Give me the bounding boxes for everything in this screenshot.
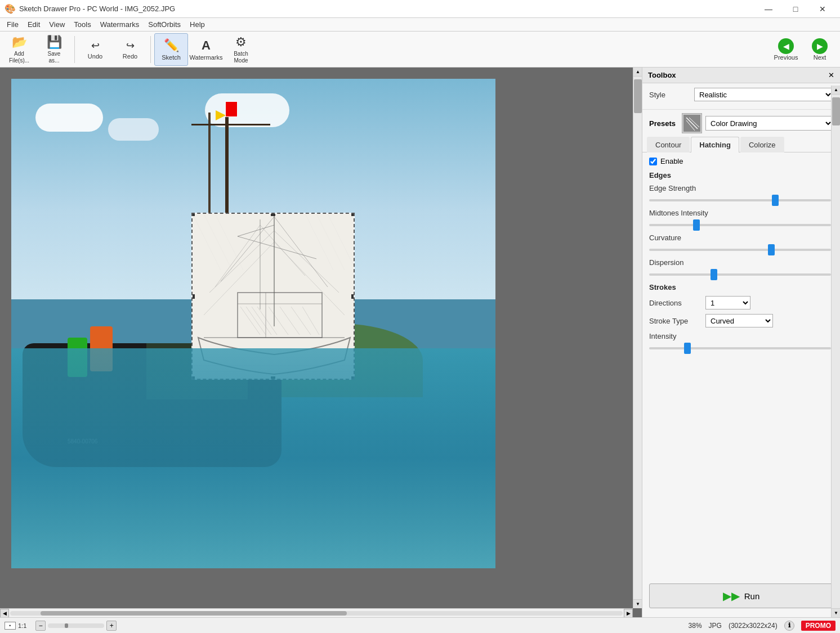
separator-1 bbox=[74, 36, 75, 63]
vscroll-down-arrow[interactable]: ▼ bbox=[633, 599, 642, 608]
tab-contour[interactable]: Contour bbox=[647, 137, 690, 152]
intensity-slider[interactable] bbox=[649, 347, 831, 349]
selection-handle-tr[interactable] bbox=[351, 213, 355, 216]
menu-help[interactable]: Help bbox=[185, 19, 209, 30]
menu-tools[interactable]: Tools bbox=[69, 19, 95, 30]
save-as-label: Saveas... bbox=[48, 51, 61, 64]
hscroll-track bbox=[10, 611, 623, 616]
sketch-button[interactable]: ✏️ Sketch bbox=[154, 33, 188, 66]
enable-label[interactable]: Enable bbox=[660, 157, 683, 165]
selection-handle-tl[interactable] bbox=[191, 213, 195, 216]
canvas-vertical-scrollbar[interactable]: ▲ ▼ bbox=[633, 68, 642, 608]
menu-view[interactable]: View bbox=[44, 19, 69, 30]
midtones-intensity-slider[interactable] bbox=[649, 224, 831, 226]
toolbox-close-button[interactable]: ✕ bbox=[828, 71, 834, 79]
zoom-track[interactable] bbox=[48, 623, 104, 628]
previous-icon: ◀ bbox=[778, 38, 794, 54]
enable-row: Enable bbox=[649, 157, 833, 165]
zoom-thumb[interactable] bbox=[65, 623, 68, 628]
canvas-horizontal-scrollbar[interactable]: ◀ ▶ bbox=[0, 608, 633, 617]
run-button[interactable]: ▶▶ Run bbox=[649, 583, 833, 608]
directions-label: Directions bbox=[649, 299, 705, 307]
title-controls: — □ ✕ bbox=[756, 1, 835, 17]
previous-button[interactable]: ◀ Previous bbox=[770, 33, 802, 66]
watermarks-button[interactable]: A Watermarks bbox=[189, 33, 223, 66]
title-left: 🎨 Sketch Drawer Pro - PC World - IMG_205… bbox=[5, 3, 175, 14]
close-button[interactable]: ✕ bbox=[810, 1, 835, 17]
undo-icon: ↩ bbox=[91, 39, 100, 52]
run-section: ▶▶ Run bbox=[642, 574, 840, 617]
presets-controls: Color Drawing Pencil Sketch Charcoal Wat… bbox=[682, 113, 833, 133]
image-canvas: 5840-00706 bbox=[11, 79, 495, 568]
undo-button[interactable]: ↩ Undo bbox=[78, 33, 112, 66]
hscroll-right-arrow[interactable]: ▶ bbox=[624, 609, 633, 618]
main-area: 5840-00706 bbox=[0, 68, 840, 617]
dimensions-label: (3022x3022x24) bbox=[729, 622, 778, 630]
minimize-button[interactable]: — bbox=[756, 1, 781, 17]
info-button[interactable]: ℹ bbox=[784, 621, 794, 631]
midtones-intensity-group: Midtones Intensity bbox=[649, 209, 833, 228]
selection-handle-tm[interactable] bbox=[271, 213, 275, 216]
edges-section-title: Edges bbox=[649, 171, 833, 179]
presets-select[interactable]: Color Drawing Pencil Sketch Charcoal Wat… bbox=[705, 116, 833, 131]
water-reflection bbox=[11, 348, 495, 569]
promo-button[interactable]: PROMO bbox=[801, 621, 835, 631]
add-files-button[interactable]: 📂 AddFile(s)... bbox=[2, 33, 36, 66]
menu-file[interactable]: File bbox=[2, 19, 23, 30]
redo-icon: ↪ bbox=[126, 39, 135, 52]
tab-content: Enable Edges Edge Strength Midtones Inte… bbox=[642, 152, 840, 574]
next-icon: ▶ bbox=[812, 38, 828, 54]
stroke-type-select[interactable]: Curved Straight Wave bbox=[705, 314, 773, 327]
toolbar: 📂 AddFile(s)... 💾 Saveas... ↩ Undo ↪ Red… bbox=[0, 32, 840, 68]
menu-watermarks[interactable]: Watermarks bbox=[96, 19, 144, 30]
curvature-slider[interactable] bbox=[649, 249, 831, 251]
sketch-icon: ✏️ bbox=[164, 38, 179, 53]
save-as-button[interactable]: 💾 Saveas... bbox=[37, 33, 71, 66]
style-select[interactable]: Realistic Artistic Simple bbox=[694, 88, 833, 101]
vscroll-track bbox=[633, 77, 642, 599]
batch-mode-button[interactable]: ⚙ BatchMode bbox=[224, 33, 258, 66]
vscroll-up-arrow[interactable]: ▲ bbox=[633, 68, 642, 77]
toolbox-panel: Toolbox ✕ Style Realistic Artistic Simpl… bbox=[642, 68, 840, 617]
presets-row: Presets Color Drawing Pencil Sketch Char… bbox=[642, 110, 840, 137]
batch-label: BatchMode bbox=[234, 51, 248, 64]
redo-label: Redo bbox=[123, 53, 137, 60]
directions-select[interactable]: 1 2 3 4 bbox=[705, 296, 750, 309]
toolbox-scroll-thumb[interactable] bbox=[832, 97, 840, 125]
zoom-out-button[interactable]: − bbox=[35, 621, 46, 631]
tab-hatching[interactable]: Hatching bbox=[691, 137, 739, 152]
intensity-label: Intensity bbox=[649, 332, 833, 340]
run-label: Run bbox=[744, 591, 760, 601]
toolbox-title: Toolbox bbox=[648, 71, 676, 79]
menu-softorbits[interactable]: SoftOrbits bbox=[144, 19, 185, 30]
edge-strength-slider[interactable] bbox=[649, 199, 831, 201]
dispersion-slider[interactable] bbox=[649, 273, 831, 276]
hscroll-thumb[interactable] bbox=[41, 611, 347, 616]
vscroll-thumb[interactable] bbox=[634, 79, 642, 113]
format-label: JPG bbox=[709, 622, 722, 630]
canvas-area[interactable]: 5840-00706 bbox=[0, 68, 642, 617]
toolbox-scroll-down[interactable]: ▼ bbox=[832, 608, 840, 617]
hscroll-left-arrow[interactable]: ◀ bbox=[0, 609, 9, 618]
status-right: 38% JPG (3022x3022x24) ℹ PROMO bbox=[689, 621, 835, 631]
app-icon: 🎨 bbox=[5, 3, 16, 14]
redo-button[interactable]: ↪ Redo bbox=[113, 33, 147, 66]
watermarks-icon: A bbox=[202, 38, 211, 53]
next-button[interactable]: ▶ Next bbox=[804, 33, 835, 66]
toolbox-scroll-up[interactable]: ▲ bbox=[832, 86, 840, 95]
menu-edit[interactable]: Edit bbox=[23, 19, 44, 30]
zoom-in-button[interactable]: + bbox=[106, 621, 117, 631]
strokes-section-title: Strokes bbox=[649, 283, 833, 291]
selection-handle-mr[interactable] bbox=[351, 294, 355, 299]
stroke-type-row: Stroke Type Curved Straight Wave bbox=[649, 314, 833, 327]
title-text: Sketch Drawer Pro - PC World - IMG_2052.… bbox=[19, 5, 175, 13]
add-files-label: AddFile(s)... bbox=[9, 51, 29, 64]
maximize-button[interactable]: □ bbox=[783, 1, 808, 17]
watermarks-label: Watermarks bbox=[190, 54, 223, 61]
selection-handle-ml[interactable] bbox=[191, 294, 195, 299]
toolbar-group-main: 📂 AddFile(s)... 💾 Saveas... ↩ Undo ↪ Red… bbox=[2, 33, 258, 66]
enable-checkbox[interactable] bbox=[649, 158, 657, 165]
tab-colorize[interactable]: Colorize bbox=[740, 137, 784, 152]
toolbox-scrollbar[interactable]: ▲ ▼ bbox=[831, 86, 840, 617]
zoom-value: 38% bbox=[689, 622, 702, 630]
